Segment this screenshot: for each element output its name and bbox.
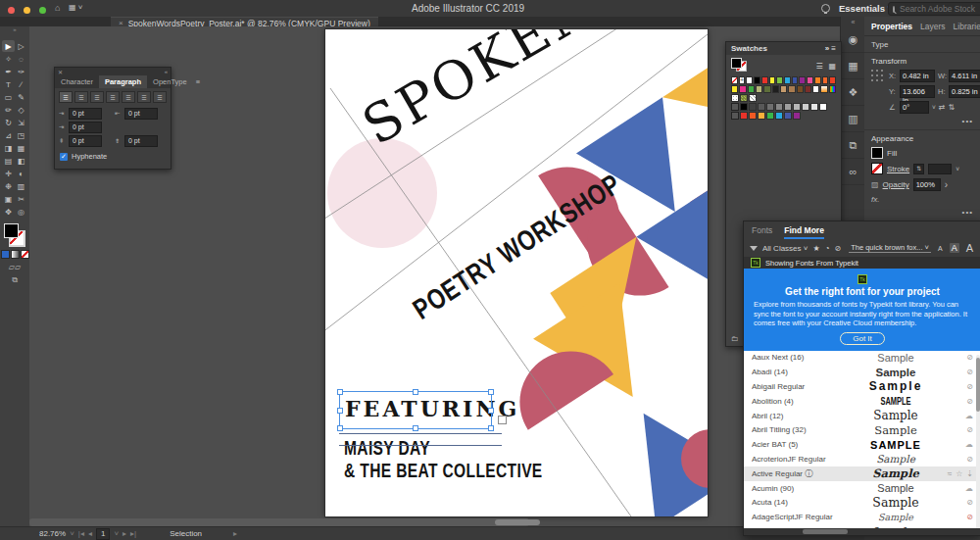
activated-filter-icon[interactable]: ⊘ xyxy=(835,244,842,253)
tab-opentype[interactable]: OpenType xyxy=(147,75,193,88)
none-button[interactable] xyxy=(21,250,29,259)
line-segment-tool[interactable]: ∕ xyxy=(15,78,27,90)
flip-vertical-icon[interactable]: ⇅ xyxy=(949,103,956,112)
space-after-field[interactable]: 0 pt xyxy=(124,135,158,147)
font-row[interactable]: Acumin (90)Sample☁ xyxy=(744,481,980,496)
color-swatch[interactable] xyxy=(740,112,748,120)
preview-text-dropdown[interactable]: The quick brown fox... ˅ xyxy=(849,243,931,253)
tab-character[interactable]: Character xyxy=(55,75,99,88)
color-swatch[interactable] xyxy=(822,76,829,84)
font-row[interactable]: Aaux Next (16)Sample⊘ xyxy=(744,351,980,366)
stock-search[interactable] xyxy=(888,2,980,16)
selection-handle[interactable] xyxy=(337,389,343,395)
text-selection-box[interactable] xyxy=(339,391,492,429)
sync-font-icon[interactable]: ☁ xyxy=(965,412,973,420)
type-tool[interactable]: T xyxy=(2,78,15,90)
tab-fonts[interactable]: Fonts xyxy=(752,225,772,239)
reg-swatch[interactable]: + xyxy=(739,76,746,84)
font-row[interactable]: Abril (12)Sample☁ xyxy=(744,409,980,423)
zoom-level[interactable]: 82.76% xyxy=(39,529,66,538)
tab-properties[interactable]: Properties xyxy=(871,22,912,31)
align-center-button[interactable]: ☰ xyxy=(74,91,88,103)
artboard[interactable]: SPOKENWORD POETRY WORKSHOP FEATURING MAI… xyxy=(325,29,708,516)
sync-font-icon[interactable]: ⇣ xyxy=(966,469,973,478)
hyphenate-checkbox[interactable]: ✓ xyxy=(60,153,68,161)
sync-font-icon[interactable]: ⊘ xyxy=(966,425,973,434)
sync-font-icon[interactable]: ☁ xyxy=(965,484,973,493)
stroke-swatch[interactable] xyxy=(871,163,883,174)
scale-tool[interactable]: ⇲ xyxy=(15,117,27,128)
artboards-panel-icon[interactable]: ⧉ xyxy=(841,132,865,159)
app-grid-icon[interactable]: ▦ ˅ xyxy=(69,3,82,12)
classes-filter[interactable]: All Classes ˅ xyxy=(762,244,808,253)
tab-find-more[interactable]: Find More xyxy=(784,225,824,239)
font-row[interactable]: Abril Titling (32)Sample⊘ xyxy=(744,422,980,437)
transform-more-options[interactable]: ••• xyxy=(871,117,973,125)
preview-size-medium[interactable]: A xyxy=(950,243,959,253)
justify-last-right-button[interactable]: ☰ xyxy=(137,91,151,103)
artboard-tool[interactable]: ▣ xyxy=(2,193,15,205)
color-swatch[interactable] xyxy=(758,103,765,111)
color-swatch[interactable] xyxy=(766,112,774,120)
shape-builder-tool[interactable]: ◨ xyxy=(2,142,15,154)
status-expand-icon[interactable]: ▸ xyxy=(233,529,237,538)
font-row[interactable]: Abigail RegularSample⊘ xyxy=(744,379,980,394)
last-artboard-icon[interactable]: ▸| xyxy=(130,529,136,538)
column-graph-tool[interactable]: ▥ xyxy=(15,180,27,192)
selection-handle[interactable] xyxy=(488,389,494,395)
gradient-panel-icon[interactable]: ▥ xyxy=(841,106,865,132)
fill-swatch[interactable] xyxy=(871,147,883,159)
filter-icon[interactable] xyxy=(750,246,758,251)
color-swatch[interactable] xyxy=(749,112,757,120)
color-swatch[interactable] xyxy=(775,103,783,111)
right-indent-field[interactable]: 0 pt xyxy=(124,108,158,120)
workspace-switcher[interactable]: Essentials ˅ xyxy=(839,3,893,14)
color-swatch[interactable] xyxy=(780,85,787,93)
color-swatch[interactable] xyxy=(810,103,818,111)
font-row[interactable]: Abadi (14)Sample⊘ xyxy=(744,365,980,379)
minimize-window-icon[interactable] xyxy=(24,7,30,14)
similar-fonts-icon[interactable]: ≈ xyxy=(948,469,952,478)
first-artboard-icon[interactable]: |◂ xyxy=(78,529,84,538)
selection-handle[interactable] xyxy=(488,425,494,431)
eyedropper-tool[interactable]: ✛ xyxy=(2,168,15,179)
flip-horizontal-icon[interactable]: ⇄ xyxy=(939,103,946,112)
left-indent-field[interactable]: 0 pt xyxy=(69,108,102,120)
space-before-field[interactable]: 0 pt xyxy=(69,135,102,147)
color-swatch[interactable] xyxy=(805,85,811,93)
color-swatch[interactable] xyxy=(763,85,770,93)
color-swatch[interactable] xyxy=(769,76,776,84)
recent-clock-icon[interactable]: ◔ xyxy=(825,244,830,253)
color-swatch[interactable] xyxy=(812,85,819,93)
none-swatch[interactable] xyxy=(731,76,738,84)
panel-menu-icon[interactable]: ≡ xyxy=(193,75,203,88)
justify-last-center-button[interactable]: ☰ xyxy=(122,91,135,103)
magic-wand-tool[interactable]: ✧ xyxy=(2,53,15,65)
tab-libraries[interactable]: Libraries xyxy=(954,22,980,31)
color-swatch[interactable] xyxy=(802,103,809,111)
color-swatch[interactable] xyxy=(731,85,738,93)
paintbrush-tool[interactable]: ✎ xyxy=(15,91,27,103)
selection-tool[interactable]: ▶ xyxy=(2,40,15,52)
perspective-grid-tool[interactable]: ▦ xyxy=(15,142,27,154)
appearance-more-options[interactable]: ••• xyxy=(871,208,973,217)
first-line-indent-field[interactable]: 0 pt xyxy=(69,122,102,133)
color-swatch[interactable] xyxy=(784,112,792,120)
font-row[interactable]: Abolition (4)SAMPLE⊘ xyxy=(744,394,980,409)
font-row[interactable]: Active Regular ⓘSample≈☆⇣ xyxy=(744,466,980,481)
mesh-tool[interactable]: ▤ xyxy=(2,155,15,167)
x-field[interactable]: 0.482 in xyxy=(900,70,935,82)
pat-line-swatch[interactable] xyxy=(749,94,757,102)
window-controls[interactable] xyxy=(8,5,52,16)
color-panel-icon[interactable]: ◉ xyxy=(841,26,865,53)
zoom-dropdown-icon[interactable]: ˅ xyxy=(70,529,74,538)
zoom-tool[interactable]: ◎ xyxy=(15,206,27,218)
canvas-hscrollbar[interactable] xyxy=(29,518,529,526)
artboard-number[interactable]: 1 xyxy=(96,528,110,540)
got-it-button[interactable]: Got It xyxy=(840,332,885,345)
h-field[interactable]: 0.825 in xyxy=(949,85,980,98)
preview-size-large[interactable]: A xyxy=(964,242,975,254)
pat-dot-swatch[interactable] xyxy=(731,94,739,102)
width-tool[interactable]: ⊿ xyxy=(2,129,15,141)
list-view-icon[interactable]: ☰ xyxy=(815,62,822,71)
